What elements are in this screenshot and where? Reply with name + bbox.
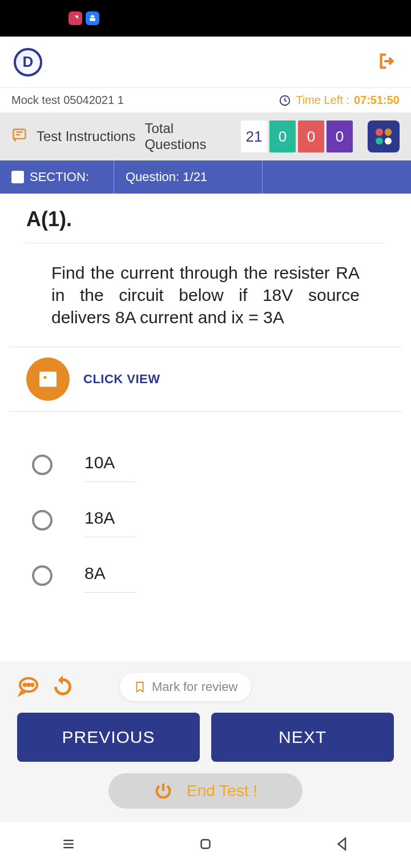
click-view-label: CLICK VIEW [83, 372, 160, 387]
svg-point-3 [43, 375, 47, 379]
instructions-label[interactable]: Test Instructions [37, 128, 135, 144]
svg-point-5 [24, 684, 26, 686]
end-test-label: End Test ! [187, 782, 257, 800]
option-row[interactable]: 18A [26, 492, 385, 548]
question-counter-cell: Question: 1/21 [114, 160, 263, 194]
reset-icon[interactable] [51, 674, 74, 700]
option-text: 8A [84, 558, 136, 593]
section-extra-cell [263, 160, 411, 194]
option-row[interactable]: 8A [26, 548, 385, 603]
control-row: Mark for review [17, 673, 394, 701]
next-button[interactable]: NEXT [211, 713, 394, 762]
question-counter: Question: 1/21 [126, 170, 207, 184]
back-icon[interactable] [334, 835, 351, 855]
image-icon [37, 368, 59, 391]
power-icon [154, 781, 173, 801]
section-icon [11, 171, 24, 183]
svg-point-7 [31, 684, 33, 686]
system-nav-bar [0, 822, 411, 868]
mark-for-review-button[interactable]: Mark for review [120, 673, 251, 701]
bookmark-icon [134, 681, 146, 693]
question-number: A(1). [26, 207, 385, 243]
previous-button[interactable]: PREVIOUS [17, 713, 200, 762]
status-app-icon-1 [68, 11, 82, 25]
test-name: Mock test 05042021 1 [11, 94, 124, 107]
count-answered: 0 [269, 120, 296, 152]
svg-point-6 [27, 684, 29, 686]
chat-icon[interactable] [17, 674, 40, 700]
svg-rect-8 [202, 840, 210, 849]
total-questions-label: Total Questions [144, 120, 232, 152]
count-unanswered: 0 [298, 120, 324, 152]
question-area: A(1). Find the current through the resis… [0, 194, 411, 609]
time-left-label: Time Left : [296, 94, 349, 107]
exit-icon[interactable] [378, 51, 397, 73]
radio-button[interactable] [32, 455, 53, 475]
section-bar: SECTION: Question: 1/21 [0, 160, 411, 194]
svg-rect-1 [14, 130, 26, 139]
time-left: Time Left : 07:51:50 [279, 94, 400, 107]
app-logo: D [14, 48, 42, 77]
instructions-icon[interactable] [11, 127, 27, 146]
nav-buttons: PREVIOUS NEXT [17, 713, 394, 762]
info-bar: Mock test 05042021 1 Time Left : 07:51:5… [0, 88, 411, 112]
palette-icon [376, 128, 392, 144]
question-palette-button[interactable] [368, 120, 400, 152]
clock-icon [279, 94, 291, 107]
option-text: 18A [84, 503, 136, 537]
option-text: 10A [84, 447, 136, 482]
status-app-icon-2 [86, 11, 99, 25]
home-icon[interactable] [197, 835, 214, 855]
options-list: 10A 18A 8A [26, 412, 385, 603]
radio-button[interactable] [32, 510, 53, 531]
view-image-button[interactable] [26, 357, 70, 401]
click-view-row[interactable]: CLICK VIEW [9, 347, 402, 412]
time-value: 07:51:50 [354, 94, 400, 107]
status-bar [0, 0, 411, 37]
section-label: SECTION: [30, 170, 89, 184]
question-counts: 21 0 0 0 [241, 120, 353, 152]
count-total: 21 [241, 120, 267, 152]
mark-for-review-label: Mark for review [152, 680, 237, 694]
app-header: D [0, 37, 411, 88]
instructions-bar: Test Instructions Total Questions 21 0 0… [0, 112, 411, 160]
count-marked: 0 [327, 120, 353, 152]
end-test-button[interactable]: End Test ! [108, 773, 303, 809]
question-text: Find the current through the resister RA… [26, 243, 385, 347]
option-row[interactable]: 10A [26, 437, 385, 492]
section-cell[interactable]: SECTION: [0, 160, 114, 194]
recent-apps-icon[interactable] [60, 835, 77, 855]
radio-button[interactable] [32, 565, 53, 586]
bottom-controls: Mark for review PREVIOUS NEXT End Test ! [0, 661, 411, 822]
